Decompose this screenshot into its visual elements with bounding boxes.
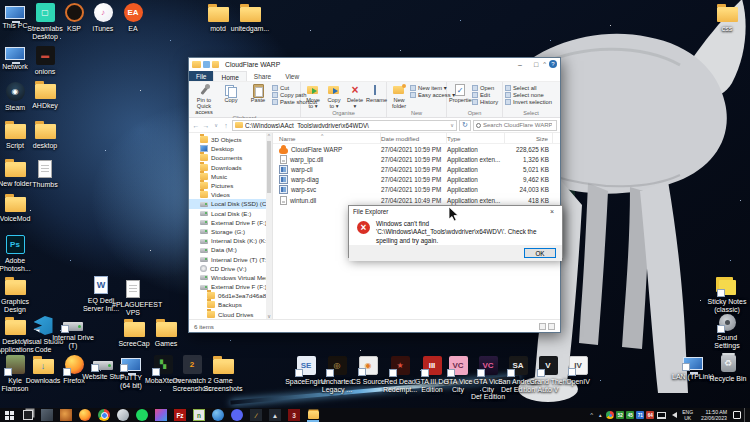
taskbar-app-button[interactable] bbox=[231, 409, 243, 421]
column-header-name[interactable]: Name bbox=[279, 133, 381, 143]
ribbon-button[interactable]: Edit bbox=[472, 92, 498, 98]
taskbar-app-button[interactable]: n bbox=[193, 409, 205, 421]
nav-item[interactable]: 06d1e3ea7d46a8d86c8652fe bbox=[189, 291, 272, 300]
taskbar-app-button[interactable]: ∕ bbox=[250, 409, 262, 421]
tray-icon[interactable]: 64 bbox=[646, 411, 654, 419]
volume-icon[interactable] bbox=[669, 412, 677, 418]
maximize-button[interactable]: □ bbox=[528, 58, 544, 71]
desktop-icon[interactable]: Internal Drive (T) bbox=[56, 316, 90, 349]
address-dropdown-icon[interactable]: ∨ bbox=[450, 122, 454, 128]
network-icon[interactable] bbox=[657, 412, 666, 419]
tray-icon[interactable] bbox=[606, 411, 614, 419]
clock[interactable]: 11:50 AM 22/06/2023 bbox=[698, 409, 730, 422]
desktop-icon[interactable]: Games bbox=[149, 318, 183, 348]
start-button[interactable] bbox=[0, 408, 18, 422]
nav-item[interactable]: 3D Objects bbox=[189, 135, 272, 144]
nav-item[interactable]: External Drive F (F:) bbox=[189, 218, 272, 227]
up-icon[interactable]: ↑ bbox=[222, 122, 230, 129]
file-row[interactable]: warp_ipc.dll 27/04/2021 10:59 PM Applica… bbox=[273, 154, 560, 164]
ribbon-button[interactable]: Open bbox=[472, 85, 498, 91]
nav-item[interactable]: Storage (G:) bbox=[189, 227, 272, 236]
qat-properties-icon[interactable] bbox=[203, 61, 210, 68]
taskbar-app-button[interactable]: Fz bbox=[174, 409, 186, 421]
desktop-icon[interactable]: Thumbs bbox=[28, 160, 62, 189]
desktop-icon[interactable]: AHDkey bbox=[28, 80, 62, 110]
nav-item[interactable]: External Drive F (F:) bbox=[189, 282, 272, 291]
tray-icon[interactable]: 52 bbox=[616, 411, 624, 419]
ribbon-button[interactable]: Copy to ▾ bbox=[324, 83, 344, 110]
nav-item[interactable]: Data (M:) bbox=[189, 245, 272, 254]
ribbon-button[interactable]: Rename bbox=[366, 83, 386, 110]
taskbar-app-button[interactable] bbox=[60, 409, 72, 421]
desktop-icon[interactable]: Sound Settings bbox=[710, 314, 744, 349]
search-input[interactable]: Search CloudFlare WARP bbox=[473, 120, 557, 131]
tray-chevron-up-icon[interactable]: ^ bbox=[590, 412, 593, 418]
ribbon-button[interactable]: Select none bbox=[505, 92, 552, 98]
nav-item[interactable]: Local Disk (E:) bbox=[189, 209, 272, 218]
ribbon-button[interactable]: History bbox=[472, 99, 498, 105]
desktop-icon[interactable]: EA EA bbox=[116, 3, 150, 33]
taskbar-app-button[interactable] bbox=[212, 409, 224, 421]
back-icon[interactable]: ← bbox=[192, 122, 200, 129]
column-header-type[interactable]: Type bbox=[447, 133, 505, 143]
qat-new-folder-icon[interactable] bbox=[212, 61, 219, 68]
tray-icon[interactable]: ▲ bbox=[596, 411, 604, 419]
ribbon-button[interactable]: Paste bbox=[245, 83, 271, 115]
taskbar-app-button[interactable] bbox=[41, 409, 53, 421]
desktop-icon[interactable]: unitedgam... bbox=[233, 3, 267, 33]
desktop-icon[interactable]: css bbox=[710, 3, 744, 33]
desktop-icon[interactable]: ◎ Uncharted Legacy ... bbox=[320, 356, 354, 393]
desktop-icon[interactable]: Graphics Design bbox=[0, 276, 32, 313]
file-row[interactable]: warp-cli 27/04/2021 10:59 PM Application… bbox=[273, 164, 560, 174]
ribbon-button[interactable]: Pin to Quick access bbox=[191, 83, 217, 115]
help-icon[interactable]: ? bbox=[549, 60, 557, 68]
desktop-icon[interactable]: ▬ onions bbox=[28, 46, 62, 76]
desktop-icon[interactable]: IV OpenIV bbox=[561, 356, 595, 386]
taskbar-app-button[interactable] bbox=[98, 409, 110, 421]
tray-icon[interactable]: 71 bbox=[636, 411, 644, 419]
file-row[interactable]: warp-svc 27/04/2021 10:59 PM Application… bbox=[273, 185, 560, 195]
ribbon-tab[interactable]: Share bbox=[247, 71, 278, 81]
ribbon-button[interactable]: × Delete ▾ bbox=[345, 83, 365, 110]
refresh-icon[interactable]: ↻ bbox=[459, 120, 471, 131]
forward-icon[interactable]: → bbox=[202, 122, 210, 129]
file-row[interactable]: CloudFlare WARP 27/04/2021 10:59 PM Appl… bbox=[273, 144, 560, 154]
desktop-icon[interactable]: ♻ Recycle Bin bbox=[711, 354, 745, 383]
thumbnail-view-icon[interactable] bbox=[548, 323, 555, 330]
show-desktop-button[interactable] bbox=[744, 408, 748, 422]
action-center-icon[interactable] bbox=[733, 411, 741, 419]
nav-item[interactable]: Videos bbox=[189, 190, 272, 199]
nav-item[interactable]: Local Disk (SSD) (C:) bbox=[189, 199, 272, 208]
taskbar-app-button[interactable] bbox=[22, 409, 34, 421]
title-bar[interactable]: CloudFlare WARP – □ × bbox=[189, 58, 560, 71]
scroll-up-icon[interactable]: ^ bbox=[266, 133, 272, 139]
nav-item[interactable]: Cloud Drives bbox=[189, 310, 272, 319]
desktop-icon[interactable]: V Grand Theft Auto V bbox=[531, 356, 565, 393]
ribbon-button[interactable]: New folder bbox=[389, 83, 409, 110]
recent-dropdown-icon[interactable]: ∨ bbox=[212, 122, 220, 128]
ribbon-button[interactable]: Select all bbox=[505, 85, 552, 91]
column-header-date[interactable]: Date modified bbox=[381, 133, 447, 143]
desktop-icon[interactable]: Sticky Notes (classic) bbox=[710, 277, 744, 313]
file-row[interactable]: warp-diag 27/04/2021 10:59 PM Applicatio… bbox=[273, 175, 560, 185]
taskbar-app-button[interactable] bbox=[117, 409, 129, 421]
desktop-icon[interactable]: LAN (TPLink) bbox=[676, 354, 710, 381]
ribbon-button[interactable]: Move to ▾ bbox=[303, 83, 323, 110]
desktop-icon[interactable]: Ps Adobe Photosh... bbox=[0, 235, 32, 272]
desktop-icon[interactable]: VoiceMod bbox=[0, 193, 32, 223]
taskbar-app-button[interactable] bbox=[155, 409, 167, 421]
taskbar-app-button[interactable]: ▲ bbox=[269, 409, 281, 421]
ribbon-tab[interactable]: File bbox=[189, 71, 213, 81]
dialog-close-icon[interactable]: × bbox=[546, 208, 558, 215]
nav-item[interactable]: Backups bbox=[189, 300, 272, 309]
nav-scrollbar[interactable]: ^ ∨ bbox=[266, 133, 272, 319]
tray-icon[interactable]: 45 bbox=[626, 411, 634, 419]
file-row[interactable]: wintun.dll 27/04/2021 10:49 PM Applicati… bbox=[273, 195, 560, 205]
ribbon-button[interactable]: Copy bbox=[218, 83, 244, 115]
scrollbar-thumb[interactable] bbox=[267, 141, 271, 193]
nav-item[interactable]: Windows Virtual Memory ( bbox=[189, 273, 272, 282]
nav-item[interactable]: Internal Drive (T) (T:) bbox=[189, 254, 272, 263]
details-view-icon[interactable] bbox=[539, 323, 546, 330]
ribbon-tab[interactable]: View bbox=[278, 71, 306, 81]
ribbon-button[interactable]: Invert selection bbox=[505, 99, 552, 105]
